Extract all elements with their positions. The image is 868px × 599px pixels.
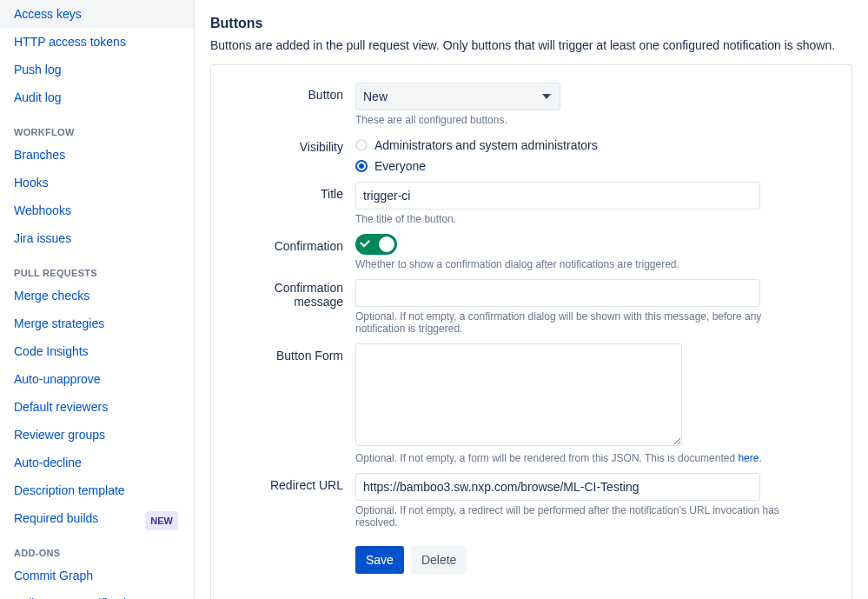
sidebar-item-branches[interactable]: Branches bbox=[0, 141, 194, 169]
sidebar-item-required-builds[interactable]: Required builds NEW bbox=[0, 504, 194, 532]
confirmation-message-input[interactable] bbox=[355, 279, 760, 307]
button-config-panel: Button New These are all configured butt… bbox=[210, 64, 852, 599]
section-title-buttons: Buttons bbox=[210, 16, 852, 31]
label-button-form: Button Form bbox=[235, 343, 355, 468]
sidebar-item-http-tokens[interactable]: HTTP access tokens bbox=[0, 28, 194, 56]
sidebar-heading-pull-requests: PULL REQUESTS bbox=[0, 252, 194, 282]
sidebar-heading-workflow: WORKFLOW bbox=[0, 111, 194, 141]
button-form-textarea[interactable] bbox=[355, 343, 682, 446]
doc-link-here[interactable]: here bbox=[738, 452, 759, 464]
label-confirmation: Confirmation bbox=[235, 234, 355, 274]
redirect-url-input[interactable] bbox=[355, 473, 760, 501]
sidebar: Access keys HTTP access tokens Push log … bbox=[0, 0, 195, 599]
sidebar-item-default-reviewers[interactable]: Default reviewers bbox=[0, 393, 194, 421]
visibility-option-admins[interactable]: Administrators and system administrators bbox=[355, 135, 772, 156]
main-content: Buttons Buttons are added in the pull re… bbox=[195, 0, 868, 599]
sidebar-item-auto-unapprove[interactable]: Auto-unapprove bbox=[0, 365, 194, 393]
button-select[interactable]: New bbox=[355, 83, 560, 110]
save-button[interactable]: Save bbox=[355, 546, 404, 574]
sidebar-item-push-log[interactable]: Push log bbox=[0, 56, 194, 83]
sidebar-item-access-keys[interactable]: Access keys bbox=[0, 0, 194, 28]
help-button-form: Optional. If not empty, a form will be r… bbox=[355, 452, 772, 464]
sidebar-item-merge-checks[interactable]: Merge checks bbox=[0, 282, 194, 309]
radio-label: Administrators and system administrators bbox=[374, 138, 598, 152]
sidebar-item-pr-notifications[interactable]: Pull request notifications bbox=[0, 589, 194, 599]
help-confirmation: Whether to show a confirmation dialog af… bbox=[355, 258, 772, 270]
help-confirmation-message: Optional. If not empty, a confirmation d… bbox=[355, 310, 807, 335]
label-confirmation-message: Confirmation message bbox=[235, 279, 355, 338]
sidebar-item-label: Required builds bbox=[14, 511, 98, 525]
sidebar-item-jira-issues[interactable]: Jira issues bbox=[0, 224, 194, 252]
sidebar-item-reviewer-groups[interactable]: Reviewer groups bbox=[0, 421, 194, 449]
sidebar-heading-addons: ADD-ONS bbox=[0, 532, 194, 562]
radio-icon bbox=[355, 139, 368, 151]
sidebar-item-description-template[interactable]: Description template bbox=[0, 476, 194, 504]
sidebar-item-audit-log[interactable]: Audit log bbox=[0, 83, 194, 111]
sidebar-item-hooks[interactable]: Hooks bbox=[0, 169, 194, 196]
visibility-option-everyone[interactable]: Everyone bbox=[355, 156, 772, 176]
sidebar-item-code-insights[interactable]: Code Insights bbox=[0, 337, 194, 365]
label-button: Button bbox=[235, 83, 355, 130]
help-title: The title of the button. bbox=[355, 213, 772, 225]
label-visibility: Visibility bbox=[235, 135, 355, 176]
section-desc-buttons: Buttons are added in the pull request vi… bbox=[210, 38, 852, 52]
sidebar-item-merge-strategies[interactable]: Merge strategies bbox=[0, 309, 194, 337]
confirmation-toggle[interactable] bbox=[355, 234, 397, 255]
sidebar-item-auto-decline[interactable]: Auto-decline bbox=[0, 449, 194, 476]
help-redirect-url: Optional. If not empty, a redirect will … bbox=[355, 504, 807, 529]
sidebar-item-commit-graph[interactable]: Commit Graph bbox=[0, 562, 194, 589]
label-title: Title bbox=[235, 182, 355, 229]
title-input[interactable] bbox=[355, 182, 760, 210]
radio-label: Everyone bbox=[374, 159, 426, 173]
new-badge: NEW bbox=[145, 511, 178, 530]
sidebar-item-webhooks[interactable]: Webhooks bbox=[0, 196, 194, 224]
help-button-select: These are all configured buttons. bbox=[355, 114, 772, 126]
delete-button[interactable]: Delete bbox=[411, 546, 467, 574]
radio-icon bbox=[355, 160, 368, 172]
toggle-knob bbox=[379, 236, 394, 252]
label-redirect-url: Redirect URL bbox=[235, 473, 355, 532]
